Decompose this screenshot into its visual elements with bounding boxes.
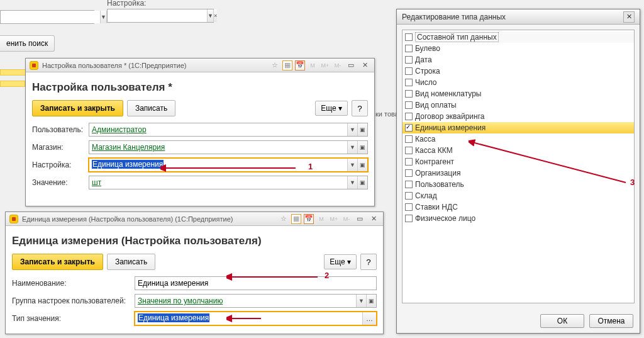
type-item[interactable]: Договор эквайринга [402, 111, 634, 122]
type-item[interactable]: Булево [402, 43, 634, 54]
value-label: Значение: [32, 178, 89, 187]
dropdown-icon[interactable]: ▼ [356, 295, 366, 307]
minimize-button[interactable]: ▭ [345, 60, 357, 70]
checkbox-icon[interactable] [405, 169, 413, 177]
type-item-label: Дата [415, 55, 432, 64]
type-item[interactable]: Строка [402, 65, 634, 77]
m-plus-icon: M+ [320, 60, 330, 70]
calendar-icon[interactable]: 📅 [304, 214, 314, 224]
type-item[interactable]: Касса [402, 133, 634, 145]
type-item[interactable]: Дата [402, 54, 634, 65]
save-close-button[interactable]: Записать и закрыть [32, 100, 123, 116]
checkbox-icon[interactable] [405, 135, 413, 143]
save-button[interactable]: Записать [127, 100, 175, 116]
open-icon[interactable]: ▣ [357, 159, 367, 171]
type-item[interactable]: Число [402, 77, 634, 88]
group-input[interactable] [135, 295, 356, 307]
checkbox-icon[interactable] [405, 181, 413, 188]
setting-input-selected[interactable]: Единица измерения [92, 160, 164, 169]
m-icon: M [308, 60, 318, 70]
type-item-label: Вид оплаты [415, 101, 457, 110]
checkbox-icon[interactable] [405, 33, 413, 41]
app-logo-icon [9, 215, 18, 223]
checkbox-icon[interactable] [405, 67, 413, 75]
type-item-label: Единица измерения [415, 123, 486, 132]
open-icon[interactable]: ▣ [366, 295, 376, 307]
checkbox-icon[interactable] [405, 124, 413, 132]
star-icon[interactable]: ☆ [270, 60, 280, 70]
type-input-selected[interactable]: Единица измерения [138, 313, 209, 322]
table-icon[interactable]: ▦ [282, 60, 292, 70]
type-item-label: Вид номенклатуры [415, 89, 482, 98]
type-item[interactable]: Ставки НДС [402, 201, 634, 213]
ok-button[interactable]: ОК [540, 314, 584, 328]
open-icon[interactable]: ▣ [357, 176, 367, 189]
type-item[interactable]: Касса ККМ [402, 145, 634, 156]
filter-1-input[interactable] [1, 11, 100, 23]
checkbox-icon[interactable] [405, 56, 413, 64]
apply-search-button[interactable]: енить поиск [0, 35, 55, 52]
type-editor-dialog: Редактирование типа данных ✕ Составной т… [396, 9, 640, 334]
checkbox-icon[interactable] [405, 147, 413, 154]
dropdown-icon[interactable]: ▼ [347, 159, 357, 171]
help-button[interactable]: ? [360, 254, 377, 270]
checkbox-icon[interactable] [405, 192, 413, 200]
close-button[interactable]: ✕ [368, 214, 379, 224]
user-input[interactable] [89, 123, 347, 136]
type-item[interactable]: Вид оплаты [402, 99, 634, 111]
checkbox-icon[interactable] [405, 113, 413, 120]
checkbox-icon[interactable] [405, 203, 413, 211]
cancel-button[interactable]: Отмена [589, 314, 633, 328]
unit-setting-window: Единица измерения (Настройка пользовател… [5, 211, 384, 334]
window-title: Единица измерения (Настройка пользовател… [22, 215, 233, 223]
minimize-button[interactable]: ▭ [354, 214, 365, 224]
setting-combo-input[interactable] [108, 9, 207, 22]
ellipsis-button[interactable]: … [362, 312, 376, 325]
type-item[interactable]: Контрагент [402, 156, 634, 167]
name-input[interactable] [135, 277, 376, 290]
type-item[interactable]: Физическое лицо [402, 213, 634, 224]
dropdown-icon[interactable]: ▼ [347, 141, 357, 154]
star-icon[interactable]: ☆ [279, 214, 289, 224]
setting-label: Настройка: [107, 0, 214, 8]
close-button[interactable]: ✕ [623, 11, 635, 23]
dropdown-icon[interactable]: ▼ [100, 11, 106, 23]
dialog-titlebar: Редактирование типа данных ✕ [397, 9, 640, 25]
dropdown-icon[interactable]: ▼ [347, 123, 357, 136]
type-item[interactable]: Вид номенклатуры [402, 88, 634, 99]
checkbox-icon[interactable] [405, 158, 413, 166]
type-item-label: Склад [415, 191, 437, 200]
table-icon[interactable]: ▦ [291, 214, 301, 224]
open-icon[interactable]: ▣ [357, 141, 367, 154]
save-close-button[interactable]: Записать и закрыть [12, 254, 103, 270]
type-item-label: Физическое лицо [415, 214, 475, 223]
checkbox-icon[interactable] [405, 101, 413, 109]
type-label: Тип значения: [12, 314, 135, 323]
type-item[interactable]: Единица измерения [402, 122, 634, 133]
open-icon[interactable]: ▣ [357, 123, 367, 136]
store-input[interactable] [89, 141, 347, 154]
help-button[interactable]: ? [352, 100, 368, 116]
checkbox-icon[interactable] [405, 90, 413, 98]
checkbox-icon[interactable] [405, 215, 413, 222]
close-button[interactable]: ✕ [359, 60, 370, 70]
more-button[interactable]: Еще ▾ [324, 254, 357, 269]
value-input[interactable] [89, 176, 347, 189]
type-item[interactable]: Составной тип данных [402, 31, 634, 43]
dropdown-icon[interactable]: ▼ [347, 176, 357, 189]
save-button[interactable]: Записать [107, 254, 155, 270]
m-minus-icon: M- [333, 60, 343, 70]
more-button[interactable]: Еще ▾ [315, 101, 348, 116]
app-logo-icon [30, 61, 38, 70]
checkbox-icon[interactable] [405, 79, 413, 86]
type-item-label: Пользователь [415, 180, 464, 189]
clear-icon[interactable]: × [213, 9, 217, 22]
calendar-icon[interactable]: 📅 [295, 60, 305, 70]
type-item[interactable]: Пользователь [402, 179, 634, 190]
dropdown-icon[interactable]: ▼ [207, 9, 213, 22]
type-list[interactable]: Составной тип данныхБулевоДатаСтрокаЧисл… [402, 30, 635, 303]
type-item[interactable]: Организация [402, 167, 634, 179]
checkbox-icon[interactable] [405, 45, 413, 52]
type-item[interactable]: Склад [402, 190, 634, 201]
type-item-label: Булево [415, 44, 440, 53]
